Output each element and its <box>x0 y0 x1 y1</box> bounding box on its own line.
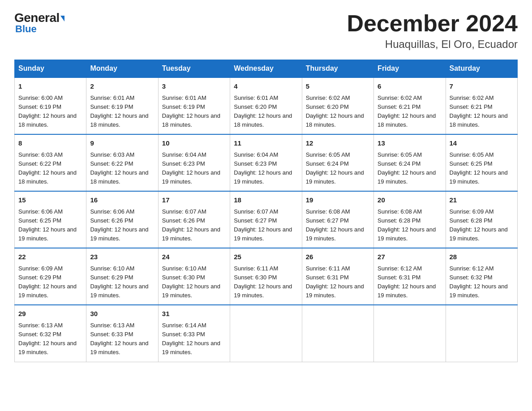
calendar-cell: 25Sunrise: 6:11 AMSunset: 6:30 PMDayligh… <box>230 248 302 305</box>
day-info: Sunrise: 6:09 AMSunset: 6:29 PMDaylight:… <box>18 264 82 300</box>
day-number: 29 <box>18 309 82 319</box>
day-number: 26 <box>306 252 370 262</box>
day-number: 13 <box>378 138 442 149</box>
day-info: Sunrise: 6:08 AMSunset: 6:28 PMDaylight:… <box>378 207 442 244</box>
day-info: Sunrise: 6:03 AMSunset: 6:22 PMDaylight:… <box>90 150 154 187</box>
day-info: Sunrise: 6:11 AMSunset: 6:30 PMDaylight:… <box>234 264 298 300</box>
day-number: 18 <box>234 195 298 206</box>
day-info: Sunrise: 6:06 AMSunset: 6:26 PMDaylight:… <box>90 207 154 244</box>
calendar-cell: 10Sunrise: 6:04 AMSunset: 6:23 PMDayligh… <box>158 134 230 191</box>
calendar-cell: 14Sunrise: 6:05 AMSunset: 6:25 PMDayligh… <box>446 134 517 191</box>
calendar-cell: 1Sunrise: 6:00 AMSunset: 6:19 PMDaylight… <box>15 77 86 134</box>
calendar-cell: 11Sunrise: 6:04 AMSunset: 6:23 PMDayligh… <box>230 134 302 191</box>
weekday-header-sunday: Sunday <box>15 60 86 78</box>
calendar-cell: 26Sunrise: 6:11 AMSunset: 6:31 PMDayligh… <box>302 248 373 305</box>
logo-blue: Blue <box>15 23 37 35</box>
calendar-cell: 19Sunrise: 6:08 AMSunset: 6:27 PMDayligh… <box>302 191 373 248</box>
calendar-week-row: 1Sunrise: 6:00 AMSunset: 6:19 PMDaylight… <box>15 77 518 134</box>
day-number: 25 <box>234 252 298 262</box>
day-number: 4 <box>234 81 298 92</box>
calendar-cell: 21Sunrise: 6:09 AMSunset: 6:28 PMDayligh… <box>446 191 517 248</box>
day-number: 17 <box>162 195 226 206</box>
day-info: Sunrise: 6:01 AMSunset: 6:19 PMDaylight:… <box>90 94 154 130</box>
calendar-cell: 22Sunrise: 6:09 AMSunset: 6:29 PMDayligh… <box>15 248 86 305</box>
day-info: Sunrise: 6:10 AMSunset: 6:30 PMDaylight:… <box>162 264 226 300</box>
day-number: 15 <box>18 195 82 206</box>
calendar-header-row: SundayMondayTuesdayWednesdayThursdayFrid… <box>15 60 518 78</box>
day-number: 9 <box>90 138 154 149</box>
day-number: 12 <box>306 138 370 149</box>
calendar-cell: 5Sunrise: 6:02 AMSunset: 6:20 PMDaylight… <box>302 77 373 134</box>
calendar-week-row: 15Sunrise: 6:06 AMSunset: 6:25 PMDayligh… <box>15 191 518 248</box>
day-number: 8 <box>18 138 82 149</box>
title-block: December 2024 Huaquillas, El Oro, Ecuado… <box>347 11 518 51</box>
calendar-cell: 16Sunrise: 6:06 AMSunset: 6:26 PMDayligh… <box>86 191 158 248</box>
calendar-cell: 30Sunrise: 6:13 AMSunset: 6:33 PMDayligh… <box>86 305 158 362</box>
calendar-cell: 17Sunrise: 6:07 AMSunset: 6:26 PMDayligh… <box>158 191 230 248</box>
calendar-cell: 28Sunrise: 6:12 AMSunset: 6:32 PMDayligh… <box>446 248 517 305</box>
calendar-cell: 9Sunrise: 6:03 AMSunset: 6:22 PMDaylight… <box>86 134 158 191</box>
day-number: 24 <box>162 252 226 262</box>
calendar-cell <box>374 305 446 362</box>
day-number: 31 <box>162 309 226 319</box>
day-info: Sunrise: 6:13 AMSunset: 6:33 PMDaylight:… <box>90 321 154 357</box>
day-info: Sunrise: 6:11 AMSunset: 6:31 PMDaylight:… <box>306 264 370 300</box>
calendar-week-row: 8Sunrise: 6:03 AMSunset: 6:22 PMDaylight… <box>15 134 518 191</box>
calendar-cell: 2Sunrise: 6:01 AMSunset: 6:19 PMDaylight… <box>86 77 158 134</box>
calendar-week-row: 22Sunrise: 6:09 AMSunset: 6:29 PMDayligh… <box>15 248 518 305</box>
calendar-cell: 29Sunrise: 6:13 AMSunset: 6:32 PMDayligh… <box>15 305 86 362</box>
logo: General Blue <box>14 11 64 35</box>
calendar-week-row: 29Sunrise: 6:13 AMSunset: 6:32 PMDayligh… <box>15 305 518 362</box>
calendar-cell: 4Sunrise: 6:01 AMSunset: 6:20 PMDaylight… <box>230 77 302 134</box>
day-info: Sunrise: 6:02 AMSunset: 6:21 PMDaylight:… <box>378 94 442 130</box>
day-number: 21 <box>450 195 514 206</box>
weekday-header-tuesday: Tuesday <box>158 60 230 78</box>
page-header: General Blue December 2024 Huaquillas, E… <box>14 11 518 51</box>
day-info: Sunrise: 6:04 AMSunset: 6:23 PMDaylight:… <box>162 150 226 187</box>
day-number: 20 <box>378 195 442 206</box>
day-info: Sunrise: 6:04 AMSunset: 6:23 PMDaylight:… <box>234 150 298 187</box>
calendar-cell <box>446 305 517 362</box>
weekday-header-saturday: Saturday <box>446 60 517 78</box>
day-info: Sunrise: 6:02 AMSunset: 6:20 PMDaylight:… <box>306 94 370 130</box>
day-info: Sunrise: 6:12 AMSunset: 6:32 PMDaylight:… <box>450 264 514 300</box>
day-info: Sunrise: 6:01 AMSunset: 6:19 PMDaylight:… <box>162 94 226 130</box>
calendar-cell: 7Sunrise: 6:02 AMSunset: 6:21 PMDaylight… <box>446 77 517 134</box>
day-info: Sunrise: 6:03 AMSunset: 6:22 PMDaylight:… <box>18 150 82 187</box>
day-number: 10 <box>162 138 226 149</box>
day-number: 22 <box>18 252 82 262</box>
calendar-cell: 6Sunrise: 6:02 AMSunset: 6:21 PMDaylight… <box>374 77 446 134</box>
page-title: December 2024 <box>347 11 518 36</box>
calendar-cell: 31Sunrise: 6:14 AMSunset: 6:33 PMDayligh… <box>158 305 230 362</box>
weekday-header-monday: Monday <box>86 60 158 78</box>
day-number: 14 <box>450 138 514 149</box>
day-info: Sunrise: 6:13 AMSunset: 6:32 PMDaylight:… <box>18 321 82 357</box>
calendar-cell: 20Sunrise: 6:08 AMSunset: 6:28 PMDayligh… <box>374 191 446 248</box>
day-info: Sunrise: 6:10 AMSunset: 6:29 PMDaylight:… <box>90 264 154 300</box>
day-info: Sunrise: 6:06 AMSunset: 6:25 PMDaylight:… <box>18 207 82 244</box>
day-info: Sunrise: 6:08 AMSunset: 6:27 PMDaylight:… <box>306 207 370 244</box>
day-number: 27 <box>378 252 442 262</box>
page-subtitle: Huaquillas, El Oro, Ecuador <box>347 38 518 51</box>
calendar-cell: 13Sunrise: 6:05 AMSunset: 6:24 PMDayligh… <box>374 134 446 191</box>
day-info: Sunrise: 6:07 AMSunset: 6:27 PMDaylight:… <box>234 207 298 244</box>
weekday-header-friday: Friday <box>374 60 446 78</box>
calendar-cell: 15Sunrise: 6:06 AMSunset: 6:25 PMDayligh… <box>15 191 86 248</box>
day-info: Sunrise: 6:12 AMSunset: 6:31 PMDaylight:… <box>378 264 442 300</box>
weekday-header-thursday: Thursday <box>302 60 373 78</box>
day-info: Sunrise: 6:14 AMSunset: 6:33 PMDaylight:… <box>162 321 226 357</box>
day-number: 23 <box>90 252 154 262</box>
calendar-cell: 18Sunrise: 6:07 AMSunset: 6:27 PMDayligh… <box>230 191 302 248</box>
calendar-cell <box>302 305 373 362</box>
day-info: Sunrise: 6:07 AMSunset: 6:26 PMDaylight:… <box>162 207 226 244</box>
day-number: 3 <box>162 81 226 92</box>
calendar-cell: 8Sunrise: 6:03 AMSunset: 6:22 PMDaylight… <box>15 134 86 191</box>
day-info: Sunrise: 6:05 AMSunset: 6:25 PMDaylight:… <box>450 150 514 187</box>
calendar-cell: 12Sunrise: 6:05 AMSunset: 6:24 PMDayligh… <box>302 134 373 191</box>
day-number: 1 <box>18 81 82 92</box>
day-info: Sunrise: 6:05 AMSunset: 6:24 PMDaylight:… <box>378 150 442 187</box>
weekday-header-wednesday: Wednesday <box>230 60 302 78</box>
calendar-cell <box>230 305 302 362</box>
day-info: Sunrise: 6:05 AMSunset: 6:24 PMDaylight:… <box>306 150 370 187</box>
day-number: 30 <box>90 309 154 319</box>
